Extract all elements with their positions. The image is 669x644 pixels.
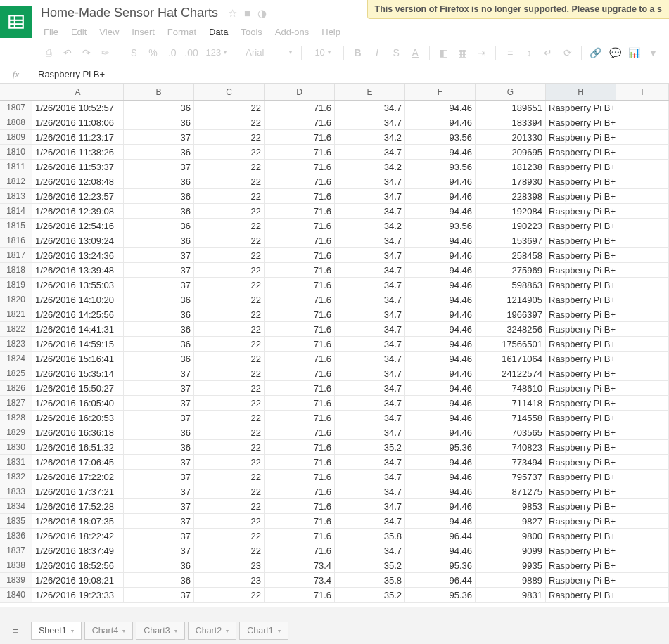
- cell[interactable]: Raspberry Pi B+: [546, 352, 616, 366]
- cell[interactable]: 3248256: [476, 322, 546, 336]
- cell[interactable]: [616, 189, 669, 203]
- cell[interactable]: [616, 396, 669, 410]
- cell[interactable]: 94.46: [405, 145, 476, 159]
- cell[interactable]: 22: [194, 484, 265, 498]
- cell[interactable]: [616, 278, 669, 292]
- cell[interactable]: 34.2: [335, 130, 405, 144]
- cell[interactable]: 22: [194, 529, 265, 543]
- cell[interactable]: 9889: [476, 573, 546, 587]
- cell[interactable]: 1/26/2016 13:39:48: [32, 263, 124, 277]
- cell[interactable]: [616, 292, 669, 307]
- row-header[interactable]: 1828: [0, 411, 32, 425]
- cell[interactable]: 740823: [476, 440, 546, 454]
- cell[interactable]: [616, 263, 669, 277]
- cell[interactable]: 22: [194, 499, 265, 513]
- row-header[interactable]: 1817: [0, 248, 32, 262]
- cell[interactable]: [616, 514, 669, 528]
- cell[interactable]: Raspberry Pi B+: [546, 366, 616, 380]
- cell[interactable]: 34.7: [335, 337, 405, 351]
- cell[interactable]: 71.6: [265, 101, 335, 115]
- cell[interactable]: 94.46: [405, 263, 476, 277]
- cell[interactable]: [616, 484, 669, 498]
- cell[interactable]: 22: [194, 366, 265, 380]
- row-header[interactable]: 1835: [0, 514, 32, 528]
- cell[interactable]: 34.7: [335, 248, 405, 262]
- cell[interactable]: Raspberry Pi B+: [546, 307, 616, 321]
- row-header[interactable]: 1812: [0, 174, 32, 188]
- cell[interactable]: 94.46: [405, 248, 476, 262]
- cell[interactable]: 95.36: [405, 440, 476, 454]
- cell[interactable]: [616, 248, 669, 262]
- cell[interactable]: 37: [124, 514, 194, 528]
- cell[interactable]: 71.6: [265, 470, 335, 484]
- cell[interactable]: 1/26/2016 15:16:41: [32, 352, 124, 366]
- cell[interactable]: Raspberry Pi B+: [546, 558, 616, 572]
- cell[interactable]: 71.6: [265, 588, 335, 602]
- cell[interactable]: 1/26/2016 17:22:02: [32, 470, 124, 484]
- cell[interactable]: 37: [124, 529, 194, 543]
- cell[interactable]: [616, 425, 669, 439]
- cell[interactable]: 22: [194, 352, 265, 366]
- cell[interactable]: 37: [124, 455, 194, 469]
- cell[interactable]: 71.6: [265, 352, 335, 366]
- cell[interactable]: 37: [124, 543, 194, 558]
- cell[interactable]: 258458: [476, 248, 546, 262]
- cell[interactable]: 94.46: [405, 115, 476, 129]
- menu-insert[interactable]: Insert: [126, 24, 160, 40]
- cell[interactable]: 36: [124, 219, 194, 233]
- chart-icon[interactable]: 📊: [625, 44, 643, 61]
- row-header[interactable]: 1837: [0, 543, 32, 558]
- cell[interactable]: Raspberry Pi B+: [546, 263, 616, 277]
- cell[interactable]: 36: [124, 101, 194, 115]
- cell[interactable]: 1/26/2016 14:59:15: [32, 337, 124, 351]
- cell[interactable]: 192084: [476, 204, 546, 218]
- cell[interactable]: 73.4: [265, 573, 335, 587]
- cell[interactable]: [616, 337, 669, 351]
- rotate-icon[interactable]: ⟳: [559, 44, 576, 61]
- font-select[interactable]: Arial ▾: [241, 47, 296, 58]
- cell[interactable]: 71.6: [265, 411, 335, 425]
- row-header[interactable]: 1811: [0, 160, 32, 174]
- row-header[interactable]: 1831: [0, 455, 32, 469]
- cell[interactable]: 95.36: [405, 588, 476, 602]
- menu-tools[interactable]: Tools: [235, 24, 267, 40]
- cell[interactable]: 71.6: [265, 366, 335, 380]
- cell[interactable]: 36: [124, 573, 194, 587]
- cell[interactable]: 34.7: [335, 514, 405, 528]
- cell[interactable]: 748610: [476, 381, 546, 395]
- cell[interactable]: 37: [124, 366, 194, 380]
- cell[interactable]: [616, 160, 669, 174]
- cell[interactable]: 24122574: [476, 366, 546, 380]
- cell[interactable]: 34.7: [335, 396, 405, 410]
- cell[interactable]: 36: [124, 174, 194, 188]
- paint-format-icon[interactable]: ✑: [97, 44, 115, 61]
- row-header[interactable]: 1808: [0, 115, 32, 129]
- cell[interactable]: 71.6: [265, 307, 335, 321]
- menu-data[interactable]: Data: [203, 24, 234, 40]
- cell[interactable]: Raspberry Pi B+: [546, 145, 616, 159]
- cell[interactable]: 34.7: [335, 455, 405, 469]
- cell[interactable]: 209695: [476, 145, 546, 159]
- formula-input[interactable]: Raspberry Pi B+: [32, 69, 669, 79]
- cell[interactable]: 22: [194, 470, 265, 484]
- row-header[interactable]: 1827: [0, 396, 32, 410]
- cell[interactable]: 34.7: [335, 381, 405, 395]
- cell[interactable]: 34.7: [335, 145, 405, 159]
- wrap-icon[interactable]: ↵: [540, 44, 557, 61]
- cell[interactable]: 37: [124, 499, 194, 513]
- cell[interactable]: 1214905: [476, 292, 546, 307]
- cell[interactable]: 22: [194, 233, 265, 247]
- row-header[interactable]: 1821: [0, 307, 32, 321]
- cell[interactable]: 34.7: [335, 101, 405, 115]
- row-header[interactable]: 1840: [0, 588, 32, 602]
- cell[interactable]: [616, 411, 669, 425]
- cell[interactable]: 1/26/2016 11:08:06: [32, 115, 124, 129]
- cell[interactable]: 201330: [476, 130, 546, 144]
- cell[interactable]: 773494: [476, 455, 546, 469]
- cell[interactable]: 36: [124, 337, 194, 351]
- cell[interactable]: Raspberry Pi B+: [546, 514, 616, 528]
- cell[interactable]: 1/26/2016 16:51:32: [32, 440, 124, 454]
- cell[interactable]: 71.6: [265, 145, 335, 159]
- cell[interactable]: 34.2: [335, 160, 405, 174]
- row-header[interactable]: 1826: [0, 381, 32, 395]
